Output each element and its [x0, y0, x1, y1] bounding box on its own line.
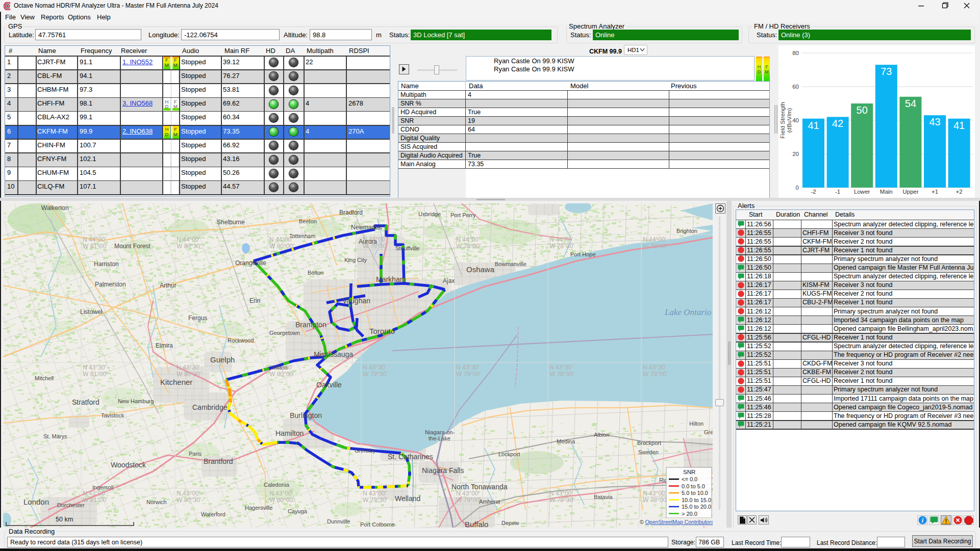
- svg-text:Walkerton: Walkerton: [41, 204, 69, 212]
- svg-text:80: 80: [792, 50, 799, 56]
- svg-text:Port Perry: Port Perry: [450, 212, 476, 218]
- svg-text:Uxbridge: Uxbridge: [418, 211, 441, 217]
- svg-text:Cayuga: Cayuga: [288, 508, 308, 514]
- svg-text:W 80°30': W 80°30': [177, 496, 201, 504]
- svg-text:King City: King City: [344, 257, 367, 263]
- svg-text:Brockport: Brockport: [637, 440, 661, 446]
- svg-text:W 78°30': W 78°30': [549, 243, 574, 250]
- svg-text:20: 20: [792, 151, 799, 157]
- svg-text:> 20.0: > 20.0: [682, 511, 697, 517]
- svg-text:New Hamburg: New Hamburg: [118, 398, 154, 404]
- svg-text:N 43°30': N 43°30': [549, 364, 573, 371]
- svg-text:Mississauga: Mississauga: [314, 350, 353, 358]
- svg-text:Tavistock: Tavistock: [101, 412, 124, 418]
- svg-text:0: 0: [796, 185, 799, 191]
- svg-text:Fergus: Fergus: [188, 314, 207, 322]
- svg-text:W 81°00': W 81°00': [83, 243, 107, 250]
- svg-text:Bowmanville: Bowmanville: [495, 261, 526, 267]
- svg-text:Greece: Greece: [704, 429, 713, 435]
- svg-text:Tottenham: Tottenham: [289, 233, 315, 239]
- svg-text:W 80°30': W 80°30': [177, 371, 201, 378]
- svg-text:W 81°00': W 81°00': [83, 496, 107, 504]
- svg-text:Batavia: Batavia: [594, 494, 613, 500]
- svg-text:N 43°00': N 43°00': [549, 490, 573, 497]
- svg-text:N 44°00': N 44°00': [456, 236, 480, 243]
- svg-text:W 80°00': W 80°00': [269, 371, 294, 378]
- svg-text:Stouffville: Stouffville: [395, 245, 420, 251]
- svg-text:-1: -1: [835, 189, 840, 195]
- svg-text:Stratford: Stratford: [72, 398, 99, 406]
- svg-text:W 78°00': W 78°00': [643, 496, 667, 504]
- svg-text:Port Hope: Port Hope: [570, 251, 596, 257]
- svg-text:Aurora: Aurora: [359, 238, 377, 245]
- svg-text:N 43°00': N 43°00': [177, 490, 200, 497]
- svg-text:Guelph: Guelph: [210, 355, 235, 364]
- svg-text:43: 43: [929, 116, 940, 127]
- svg-text:Lower: Lower: [854, 189, 870, 195]
- svg-text:Harriston: Harriston: [94, 260, 119, 268]
- svg-text:N 43°00': N 43°00': [456, 490, 480, 497]
- svg-text:St. Marys: St. Marys: [43, 433, 67, 439]
- svg-text:Georgetown: Georgetown: [269, 330, 300, 336]
- svg-text:London: London: [23, 497, 49, 506]
- svg-text:Beeton: Beeton: [299, 218, 317, 224]
- svg-text:W 79°00': W 79°00': [456, 371, 481, 378]
- svg-text:N 43°00': N 43°00': [363, 490, 386, 497]
- svg-text:41: 41: [808, 120, 819, 131]
- svg-text:N 44°00': N 44°00': [83, 236, 106, 243]
- svg-text:W 81°00': W 81°00': [83, 371, 107, 378]
- svg-text:N 43°30': N 43°30': [643, 364, 666, 371]
- svg-text:Mount Forest: Mount Forest: [114, 243, 150, 250]
- svg-text:W 78°30': W 78°30': [549, 371, 574, 378]
- svg-text:Field Strength: Field Strength: [780, 102, 786, 139]
- svg-text:W 79°30': W 79°30': [363, 496, 387, 504]
- svg-text:15.0 to 20.0: 15.0 to 20.0: [682, 504, 711, 510]
- svg-text:Buffalo: Buffalo: [465, 520, 488, 528]
- svg-text:Lockport: Lockport: [498, 451, 520, 457]
- svg-text:Bolton: Bolton: [308, 270, 323, 276]
- svg-text:Cambridge: Cambridge: [192, 403, 228, 411]
- svg-text:+1: +1: [932, 189, 938, 195]
- svg-text:Upper: Upper: [902, 189, 918, 195]
- svg-text:40: 40: [792, 117, 799, 123]
- svg-text:Bradford: Bradford: [339, 209, 363, 216]
- svg-text:73: 73: [881, 66, 892, 77]
- svg-text:N 43°30': N 43°30': [456, 364, 480, 371]
- svg-text:W 80°00': W 80°00': [269, 496, 294, 504]
- svg-text:Albion: Albion: [594, 432, 610, 438]
- svg-text:SNR: SNR: [683, 469, 695, 475]
- svg-text:N 43°30': N 43°30': [83, 364, 106, 371]
- svg-text:(dBuV/m): (dBuV/m): [786, 108, 792, 133]
- svg-text:Grimsby: Grimsby: [355, 448, 375, 454]
- svg-text:Paris: Paris: [189, 451, 202, 457]
- svg-text:50: 50: [857, 104, 868, 116]
- svg-text:W 78°00': W 78°00': [643, 371, 667, 378]
- svg-text:Rockwood: Rockwood: [228, 337, 254, 344]
- svg-text:Shelburne: Shelburne: [217, 219, 245, 226]
- svg-text:St. Catharines: St. Catharines: [388, 453, 433, 461]
- svg-text:Medina: Medina: [557, 438, 575, 444]
- svg-text:Waterford: Waterford: [201, 511, 225, 517]
- svg-text:Caledonia: Caledonia: [264, 482, 289, 488]
- svg-text:Kitchener: Kitchener: [160, 378, 192, 386]
- svg-text:Sweden: Sweden: [638, 449, 659, 455]
- svg-text:N 43°30': N 43°30': [177, 364, 200, 371]
- svg-text:N 43°00': N 43°00': [269, 490, 293, 497]
- svg-text:Norwich: Norwich: [146, 499, 167, 505]
- svg-text:Niagara-on-: Niagara-on-: [425, 429, 455, 435]
- svg-text:Milton: Milton: [272, 364, 287, 371]
- svg-text:Port Colborne: Port Colborne: [360, 521, 395, 528]
- svg-text:Hilton: Hilton: [689, 421, 703, 427]
- svg-text:5.0 to 10.0: 5.0 to 10.0: [682, 490, 708, 496]
- svg-text:Dorchester: Dorchester: [57, 502, 85, 508]
- svg-text:W 80°30': W 80°30': [177, 243, 201, 250]
- svg-text:Listowel: Listowel: [80, 308, 102, 316]
- svg-text:Main: Main: [880, 189, 893, 195]
- svg-text:N 43°00': N 43°00': [643, 490, 666, 497]
- svg-text:N 43°30': N 43°30': [363, 364, 386, 371]
- svg-text:Depew: Depew: [501, 520, 519, 526]
- svg-text:Newmarket: Newmarket: [351, 224, 382, 231]
- svg-text:Ingersoll: Ingersoll: [92, 484, 114, 490]
- svg-text:0.0 to 5.0: 0.0 to 5.0: [682, 483, 705, 489]
- svg-text:Oakville: Oakville: [316, 381, 342, 389]
